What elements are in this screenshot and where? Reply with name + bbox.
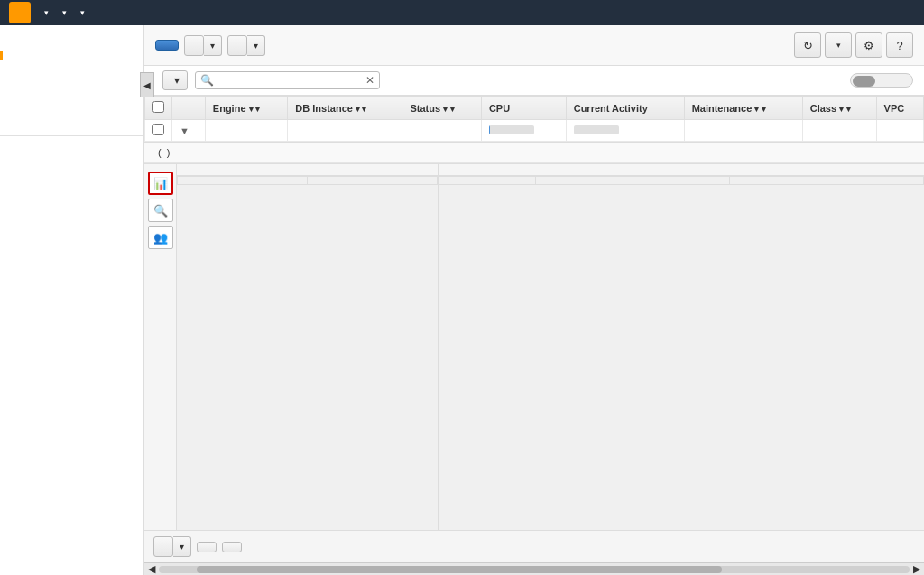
bottom-instance-actions-button[interactable] [153, 536, 173, 557]
col-last-hour [730, 177, 827, 185]
show-monitoring-button[interactable] [184, 35, 204, 56]
col-maintenance[interactable]: Maintenance ▾ [684, 97, 802, 120]
instance-actions-dropdown[interactable]: ▾ [247, 35, 265, 56]
monitoring-table [439, 176, 924, 185]
col-cpu: CPU [481, 97, 566, 120]
search-input[interactable] [217, 75, 362, 86]
select-all-checkbox[interactable] [152, 101, 164, 113]
instances-table: Engine ▾ DB Instance ▾ Status ▾ CPU Curr… [144, 96, 924, 142]
search-clear-icon[interactable]: ✕ [365, 74, 374, 87]
bottom-scrollbar[interactable]: ◀ ▶ [144, 562, 924, 575]
instances-table-area: Engine ▾ DB Instance ▾ Status ▾ CPU Curr… [144, 96, 924, 143]
row-checkbox[interactable] [152, 124, 164, 135]
logs-button[interactable] [222, 542, 242, 552]
main-toolbar: ▾ ▾ ↻ ▾ ⚙ ? [144, 25, 924, 66]
expand-arrow-icon[interactable]: ▼ [180, 125, 189, 136]
connections-bar-container [574, 125, 623, 134]
refresh-button[interactable]: ↻ [794, 32, 821, 58]
engine-sort-arrow: ▾ [249, 105, 254, 114]
sidebar-item-notifications[interactable] [0, 140, 143, 149]
alarms-panel [177, 164, 439, 530]
cpu-bar [489, 125, 534, 134]
nav-aws[interactable]: ▾ [42, 8, 49, 17]
col-db-instance[interactable]: DB Instance ▾ [288, 97, 402, 120]
monitoring-title [439, 164, 924, 176]
col-engine[interactable]: Engine ▾ [205, 97, 288, 120]
sidebar-item-snapshots[interactable] [0, 69, 143, 78]
scrollbar-track[interactable] [159, 566, 910, 573]
col-current-right [827, 177, 923, 185]
alarms-title [177, 164, 438, 176]
row-class [802, 120, 876, 142]
col-threshold [633, 177, 729, 185]
nav-services[interactable]: ▾ [60, 8, 67, 17]
toolbar-icons: ↻ ▾ ⚙ ? [794, 32, 913, 58]
col-expand [172, 97, 206, 120]
scroll-indicator[interactable] [850, 73, 913, 88]
sidebar-item-instances[interactable] [0, 51, 143, 60]
help-button[interactable]: ? [886, 32, 913, 58]
collapse-sidebar-button[interactable]: ◀ [140, 72, 154, 97]
sidebar-item-event-subscriptions[interactable] [0, 123, 143, 132]
scrollbar-thumb [197, 566, 722, 573]
col-checkbox [145, 97, 172, 120]
detail-view-2-button[interactable]: 🔍 [148, 199, 173, 222]
col-activity: Current Activity [566, 97, 684, 120]
sidebar-item-parameter-groups[interactable] [0, 87, 143, 96]
settings-button[interactable]: ⚙ [855, 32, 882, 58]
nav-edit-arrow: ▾ [80, 8, 85, 17]
col-metric-name [439, 177, 536, 185]
scroll-left-arrow[interactable]: ◀ [148, 563, 155, 575]
cpu-bar-fill [489, 125, 491, 134]
bottom-toolbar: ▾ [144, 530, 924, 562]
show-monitoring-group: ▾ [184, 35, 222, 56]
detail-view-3-button[interactable]: 👥 [148, 226, 173, 249]
side-icon-panel: 📊 🔍 👥 [144, 164, 177, 530]
instance-actions-group: ▾ [227, 35, 265, 56]
row-maintenance [684, 120, 802, 142]
nav-left: ▾ ▾ ▾ [9, 2, 85, 23]
connections-bar [574, 125, 619, 134]
class-sort-arrow: ▾ [839, 105, 844, 114]
filter-dropdown[interactable]: ▾ [162, 70, 188, 90]
nav-edit[interactable]: ▾ [78, 8, 85, 17]
scroll-thumb [853, 76, 875, 87]
sidebar-item-events[interactable] [0, 114, 143, 123]
instance-actions-button[interactable] [227, 35, 247, 56]
table-row[interactable]: ▼ [145, 120, 924, 142]
sidebar-item-security-groups[interactable] [0, 78, 143, 87]
status-sort-arrow: ▾ [443, 105, 448, 114]
search-icon: 🔍 [200, 74, 214, 87]
maintenance-sort-arrow: ▾ [754, 105, 759, 114]
sidebar-separator [0, 135, 143, 136]
aws-logo[interactable] [9, 2, 31, 23]
bottom-instance-actions-group: ▾ [153, 536, 191, 557]
col-class[interactable]: Class ▾ [802, 97, 876, 120]
sidebar [0, 25, 144, 575]
col-current-value [536, 177, 633, 185]
monitoring-panel [439, 164, 924, 530]
col-status[interactable]: Status ▾ [402, 97, 481, 120]
alarms-scroll-area[interactable] [177, 176, 438, 185]
alarms-table [177, 176, 438, 185]
nav-services-arrow: ▾ [62, 8, 67, 17]
content-area: ▾ ▾ ↻ ▾ ⚙ ? ▾ 🔍 ✕ [144, 25, 924, 575]
sidebar-item-option-groups[interactable] [0, 96, 143, 105]
scroll-right-arrow[interactable]: ▶ [913, 563, 920, 575]
bottom-instance-actions-dropdown[interactable]: ▾ [173, 536, 191, 557]
top-navigation: ▾ ▾ ▾ [0, 0, 924, 25]
launch-db-instance-button[interactable] [155, 40, 179, 51]
sidebar-item-reserved-purchases[interactable] [0, 60, 143, 69]
sidebar-item-subnet-groups[interactable] [0, 105, 143, 114]
refresh-dropdown[interactable]: ▾ [825, 32, 852, 58]
tags-button[interactable] [197, 542, 217, 552]
col-time [178, 177, 308, 185]
row-engine [205, 120, 288, 142]
sidebar-title [0, 32, 143, 51]
detail-view-1-button[interactable]: 📊 [148, 172, 173, 195]
detail-pane: 📊 🔍 👥 [144, 163, 924, 530]
col-vpc: VPC [876, 97, 923, 120]
show-monitoring-dropdown[interactable]: ▾ [204, 35, 222, 56]
cpu-bar-container [489, 125, 538, 134]
db-instance-sort-arrow: ▾ [356, 105, 360, 114]
